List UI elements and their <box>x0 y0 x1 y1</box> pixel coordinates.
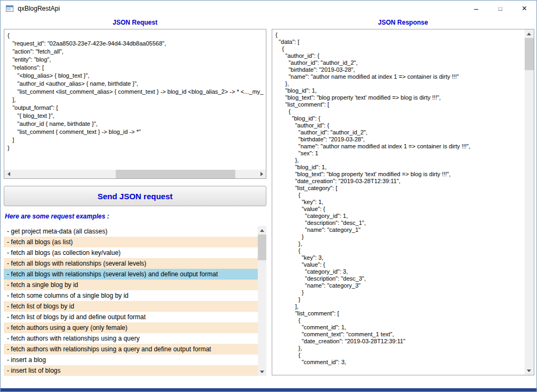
examples-caption: Here are some request examples : <box>4 213 266 221</box>
response-vertical-scrollbar[interactable] <box>525 29 534 375</box>
example-item[interactable]: - fetch list of blogs by id <box>4 301 258 312</box>
request-column: JSON Request { "request_id": "02aa8503-2… <box>4 17 266 376</box>
minimize-icon: – <box>474 6 479 11</box>
maximize-button[interactable]: □ <box>488 1 512 17</box>
titlebar: qxBlogRestApi – □ × <box>1 1 536 17</box>
left-arrow-icon <box>8 172 10 176</box>
vscroll-thumb[interactable] <box>525 38 534 70</box>
app-icon <box>5 4 14 13</box>
minimize-button[interactable]: – <box>464 1 488 17</box>
examples-rows: - get project meta-data (all classes) - … <box>4 226 258 376</box>
example-item[interactable]: - fetch authors with relationships using… <box>4 333 258 344</box>
up-arrow-icon <box>260 229 264 232</box>
scroll-down-button[interactable] <box>525 366 533 375</box>
hscroll-track[interactable] <box>13 170 257 178</box>
request-json-text[interactable]: { "request_id": "02aa8503-23e7-423e-94d4… <box>4 29 266 170</box>
example-item[interactable]: - fetch some columns of a single blog by… <box>4 290 258 301</box>
right-arrow-icon <box>260 172 263 176</box>
window-title: qxBlogRestApi <box>18 5 464 12</box>
up-arrow-icon <box>527 33 531 35</box>
close-icon: × <box>522 5 527 12</box>
example-item[interactable]: - fetch all blogs (as collection key/val… <box>4 247 258 258</box>
scroll-left-button[interactable] <box>4 170 13 178</box>
response-json-text[interactable]: { "data": [ { "author_id": { "author_id"… <box>272 29 525 375</box>
example-item[interactable]: - get project meta-data (all classes) <box>4 226 258 237</box>
scroll-down-button[interactable] <box>258 367 266 376</box>
vscroll-track[interactable] <box>525 38 534 366</box>
request-editor[interactable]: { "request_id": "02aa8503-23e7-423e-94d4… <box>4 29 266 179</box>
hscroll-thumb[interactable] <box>116 170 235 178</box>
response-column: JSON Response { "data": [ { "author_id":… <box>272 17 534 375</box>
scroll-up-button[interactable] <box>258 226 266 235</box>
example-item[interactable]: - fetch all blogs (as list) <box>4 237 258 247</box>
down-arrow-icon <box>527 370 531 372</box>
vscroll-thumb[interactable] <box>258 235 266 260</box>
example-item[interactable]: - fetch all blogs with relationships (se… <box>4 258 258 269</box>
example-item[interactable]: - insert a blog <box>4 355 258 365</box>
send-json-request-button[interactable]: Send JSON request <box>4 186 266 206</box>
request-header: JSON Request <box>4 17 266 29</box>
window-controls: – □ × <box>464 1 536 17</box>
down-arrow-icon <box>260 371 264 373</box>
app-window: qxBlogRestApi – □ × JSON Request { "requ… <box>0 0 537 392</box>
close-button[interactable]: × <box>512 1 536 17</box>
response-viewer[interactable]: { "data": [ { "author_id": { "author_id"… <box>272 29 534 375</box>
maximize-icon: □ <box>498 6 502 12</box>
response-header: JSON Response <box>272 17 534 29</box>
scroll-up-button[interactable] <box>525 29 533 38</box>
window-bottom-edge <box>1 388 536 391</box>
examples-vertical-scrollbar[interactable] <box>258 226 266 376</box>
examples-list: - get project meta-data (all classes) - … <box>4 226 266 376</box>
example-item-selected[interactable]: - fetch all blogs with relationships (se… <box>4 269 258 280</box>
request-horizontal-scrollbar[interactable] <box>4 170 266 178</box>
example-item[interactable]: - insert list of blogs <box>4 365 258 376</box>
example-item[interactable]: - fetch a single blog by id <box>4 280 258 290</box>
example-item[interactable]: - fetch list of blogs by id and define o… <box>4 312 258 322</box>
example-item[interactable]: - fetch authors with relationships using… <box>4 344 258 355</box>
vscroll-track[interactable] <box>258 235 266 367</box>
example-item[interactable]: - fetch authors using a query (only fema… <box>4 322 258 333</box>
scroll-right-button[interactable] <box>257 170 266 178</box>
